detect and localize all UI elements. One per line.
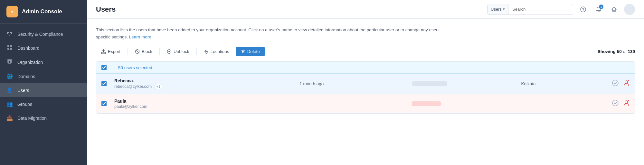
select-all-label: 50 users selected xyxy=(118,65,152,70)
svg-line-14 xyxy=(136,50,139,53)
search-filter-label: Users xyxy=(491,7,502,12)
delete-button[interactable]: Delete xyxy=(236,47,265,56)
sidebar-item-label: Groups xyxy=(17,102,32,107)
groups-icon: 👥 xyxy=(6,101,13,107)
svg-rect-4 xyxy=(10,48,12,50)
sidebar-item-groups[interactable]: 👥 Groups xyxy=(0,97,87,111)
page-description: This section lists the users that have b… xyxy=(96,26,450,40)
export-button[interactable]: Export xyxy=(96,47,126,56)
shield-icon: 🛡 xyxy=(6,31,13,37)
sidebar-item-label: Data Migration xyxy=(17,116,47,121)
table-row: Paula paula@zylker.com xyxy=(96,94,635,113)
user-action-icon[interactable] xyxy=(623,100,630,108)
dashboard-icon xyxy=(6,45,13,51)
svg-rect-3 xyxy=(7,48,9,50)
blurred-bar xyxy=(412,101,441,106)
delete-icon xyxy=(241,49,245,54)
svg-point-24 xyxy=(625,101,628,103)
blurred-bar xyxy=(412,81,447,86)
select-all-checkbox[interactable] xyxy=(101,65,107,70)
svg-rect-7 xyxy=(10,61,12,63)
export-icon xyxy=(101,49,106,54)
avatar[interactable] xyxy=(624,4,635,15)
sidebar-item-data-migration[interactable]: 📥 Data Migration xyxy=(0,111,87,125)
sidebar-item-dashboard[interactable]: Dashboard xyxy=(0,41,87,55)
user-list: 50 users selected Rebecca. rebecca@zylke… xyxy=(96,61,635,114)
svg-rect-1 xyxy=(7,45,9,47)
help-button[interactable]: ? xyxy=(578,4,589,15)
data-migration-icon: 📥 xyxy=(6,115,13,121)
showing-info: Showing 50 of 139 xyxy=(598,49,635,54)
user-email-row: rebecca@zylker.com +1 xyxy=(114,84,296,89)
user-name: Paula xyxy=(114,98,296,104)
user-last-active: 1 month ago xyxy=(296,81,409,86)
app-title: Admin Console xyxy=(22,8,62,15)
svg-rect-5 xyxy=(7,59,12,61)
user-blurred-field xyxy=(409,81,521,86)
user-info: Rebecca. rebecca@zylker.com +1 xyxy=(114,78,296,89)
svg-point-16 xyxy=(205,50,207,52)
check-action-icon[interactable] xyxy=(612,100,619,108)
sidebar: Admin Console 🛡 Security & Compliance Da… xyxy=(0,0,87,165)
table-row: Rebecca. rebecca@zylker.com +1 1 month a… xyxy=(96,74,635,94)
sidebar-item-label: Dashboard xyxy=(17,46,40,51)
row-checkbox-cell xyxy=(101,81,114,86)
sidebar-header: Admin Console xyxy=(0,0,87,24)
check-action-icon[interactable] xyxy=(612,80,619,88)
notifications-button[interactable]: 1 xyxy=(593,4,604,15)
globe-icon: 🌐 xyxy=(6,73,13,79)
sidebar-item-label: Organization xyxy=(17,60,43,65)
main-content: Users Users ▾ ? 1 xyxy=(87,0,644,165)
row-checkbox-cell xyxy=(101,101,114,106)
user-email: rebecca@zylker.com xyxy=(114,84,152,89)
learn-more-link[interactable]: Learn more xyxy=(129,35,151,39)
showing-total: 139 xyxy=(628,49,635,54)
search-box: Users ▾ xyxy=(487,4,573,15)
svg-point-19 xyxy=(612,80,618,86)
search-filter-dropdown[interactable]: Users ▾ xyxy=(488,4,508,15)
showing-prefix: Showing xyxy=(598,49,616,54)
user-checkbox[interactable] xyxy=(101,101,107,106)
unblock-button[interactable]: Unblock xyxy=(162,47,194,56)
svg-rect-8 xyxy=(8,63,10,64)
sidebar-item-label: Security & Compliance xyxy=(17,32,63,37)
svg-rect-6 xyxy=(7,61,9,63)
select-all-checkbox-cell xyxy=(101,65,114,70)
toolbar-divider xyxy=(196,48,197,55)
topbar-right: Users ▾ ? 1 xyxy=(487,4,635,15)
page-content: This section lists the users that have b… xyxy=(87,19,644,165)
locations-button[interactable]: Locations xyxy=(199,47,234,56)
organization-icon xyxy=(6,59,13,66)
svg-rect-2 xyxy=(10,45,12,47)
block-button[interactable]: Block xyxy=(130,47,157,56)
sidebar-item-domains[interactable]: 🌐 Domains xyxy=(0,69,87,83)
user-actions xyxy=(612,80,630,88)
page-title: Users xyxy=(96,5,487,14)
plus-badge: +1 xyxy=(154,84,162,89)
topbar: Users Users ▾ ? 1 xyxy=(87,0,644,19)
user-blurred-field xyxy=(409,101,521,106)
svg-point-20 xyxy=(625,81,628,83)
app-logo-icon xyxy=(6,6,18,17)
user-name: Rebecca. xyxy=(114,78,296,83)
showing-count: 50 xyxy=(617,49,622,54)
svg-point-0 xyxy=(11,11,13,13)
toolbar-divider xyxy=(159,48,160,55)
sidebar-item-organization[interactable]: Organization xyxy=(0,55,87,69)
action-toolbar: Export Block Unblock xyxy=(96,47,635,56)
svg-point-15 xyxy=(167,50,171,54)
user-action-icon[interactable] xyxy=(623,80,630,88)
search-input[interactable] xyxy=(508,7,573,12)
home-button[interactable] xyxy=(609,4,620,15)
sidebar-item-users[interactable]: 👤 Users xyxy=(0,83,87,97)
notification-badge: 1 xyxy=(599,5,603,9)
svg-point-23 xyxy=(612,100,618,106)
svg-text:?: ? xyxy=(582,7,584,11)
block-icon xyxy=(135,49,140,54)
user-checkbox[interactable] xyxy=(101,81,107,86)
sidebar-item-security[interactable]: 🛡 Security & Compliance xyxy=(0,27,87,41)
svg-rect-9 xyxy=(10,63,11,64)
select-all-row: 50 users selected xyxy=(96,62,635,74)
locations-icon xyxy=(204,49,209,54)
user-info: Paula paula@zylker.com xyxy=(114,98,296,109)
